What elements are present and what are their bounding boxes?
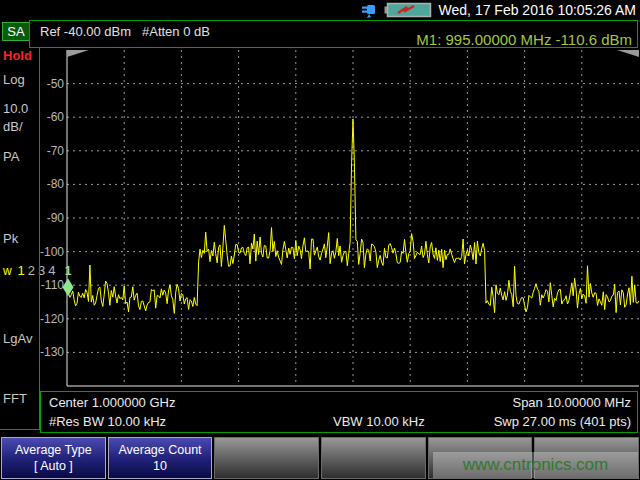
- video-bw-label: VBW 10.00 kHz: [333, 414, 425, 429]
- bottom-annotation-box: Center 1.000000 GHz Span 10.00000 MHz #R…: [40, 391, 638, 433]
- y-axis-label: -120: [40, 312, 64, 326]
- marker-readout: M1: 995.00000 MHz -110.6 dBm: [416, 31, 632, 48]
- y-axis-label: -70: [47, 144, 65, 158]
- scale-value-label: 10.0: [3, 101, 28, 116]
- softkey-value: [ Auto ]: [34, 458, 73, 474]
- trace-write-mode-label: w: [3, 264, 12, 278]
- softkey-3[interactable]: [214, 437, 319, 479]
- attenuation-label: #Atten 0 dB: [142, 24, 210, 39]
- sweep-state-hold: Hold: [3, 48, 32, 63]
- y-axis-label: -100: [40, 245, 64, 259]
- datetime-text: Wed, 17 Feb 2016 10:05:26 AM: [439, 2, 636, 18]
- res-bw-label: #Res BW 10.00 kHz: [49, 414, 166, 429]
- y-axis-label: -130: [40, 345, 64, 359]
- softkey-label: Average Count: [118, 442, 201, 458]
- preamp-label: PA: [3, 149, 19, 164]
- softkey-average-count[interactable]: Average Count 10: [108, 437, 213, 479]
- status-bar: Wed, 17 Feb 2016 10:05:26 AM: [0, 0, 640, 20]
- detector-label: Pk: [3, 231, 18, 246]
- plot-corner-handle-right: [617, 50, 639, 57]
- usb-plug-icon: [360, 3, 377, 18]
- spectrum-analyzer-screen: Wed, 17 Feb 2016 10:05:26 AM SA Hold Log…: [0, 0, 640, 480]
- fft-mode-label: FFT: [3, 391, 27, 406]
- trace-2-digit: 2: [28, 263, 38, 278]
- y-axis-label: -80: [47, 177, 65, 191]
- scale-unit-label: dB/: [3, 119, 23, 134]
- watermark-text: www.cntronics.com: [433, 452, 638, 478]
- trace-1-digit: 1: [17, 263, 27, 278]
- softkey-average-type[interactable]: Average Type [ Auto ]: [1, 437, 106, 479]
- sidebar-bottom-line: [0, 429, 40, 430]
- softkey-value: 10: [153, 458, 167, 474]
- average-type-label: LgAv: [3, 331, 32, 346]
- mode-badge-sa: SA: [2, 22, 30, 41]
- spectrum-plot: -50-60-70-80-90-100-110-120-1301: [40, 48, 640, 391]
- softkey-label: Average Type: [15, 442, 92, 458]
- softkey-4[interactable]: [321, 437, 426, 479]
- y-axis-label: -50: [47, 77, 65, 91]
- top-annotation-box: Ref -40.00 dBm #Atten 0 dB M1: 995.00000…: [29, 20, 638, 48]
- battery-charging-icon: [384, 2, 432, 18]
- ref-level-label: Ref -40.00 dBm: [40, 24, 131, 39]
- center-freq-label: Center 1.000000 GHz: [49, 395, 175, 410]
- sweep-time-label: Swp 27.00 ms (401 pts): [494, 414, 631, 429]
- y-axis-label: -60: [47, 110, 65, 124]
- scale-type-label: Log: [3, 72, 25, 87]
- y-axis-label: -110: [41, 278, 64, 292]
- y-axis-label: -90: [47, 211, 65, 225]
- plot-corner-handle-left: [67, 50, 89, 57]
- span-label: Span 10.00000 MHz: [512, 395, 631, 410]
- marker-number-label: 1: [65, 264, 72, 278]
